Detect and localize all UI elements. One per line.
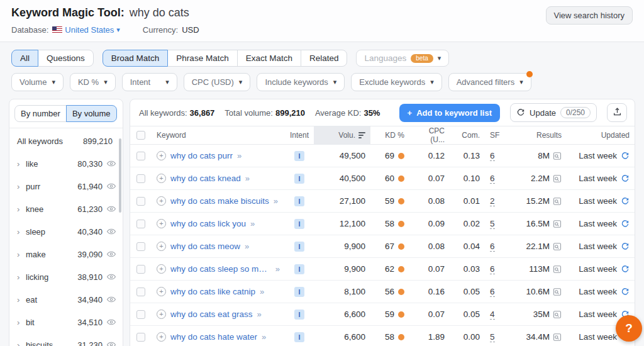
keyword-group-item[interactable]: › licking 38,910 [9,265,123,288]
database-selector[interactable]: United States ▾ [52,25,120,35]
serp-features-count[interactable]: 6 [490,242,495,252]
serp-preview-icon[interactable] [553,152,562,160]
serp-features-count[interactable]: 6 [490,174,495,184]
eye-icon[interactable] [106,295,116,304]
serp-features-count[interactable]: 5 [490,332,495,342]
col-kd[interactable]: KD % [370,126,409,144]
keyword-link[interactable]: why do cats knead [170,174,241,183]
by-volume-toggle[interactable]: By volume [66,105,117,122]
add-keyword-icon[interactable]: + [157,196,166,206]
update-metrics-button[interactable]: Update 0/250 [510,103,597,122]
expand-keyword-icon[interactable]: » [257,310,262,319]
eye-icon[interactable] [106,182,116,191]
keyword-link[interactable]: why do cats like catnip [170,287,255,296]
all-keywords-group[interactable]: All keywords 899,210 [9,130,123,152]
add-keyword-icon[interactable]: + [157,264,166,274]
help-button[interactable]: ? [616,315,642,342]
row-checkbox[interactable] [136,333,145,342]
row-checkbox[interactable] [136,197,145,206]
keyword-link[interactable]: why do cats hate water [170,332,257,342]
tab-related[interactable]: Related [301,50,348,67]
keyword-link[interactable]: why do cats lick you [170,219,246,228]
eye-icon[interactable] [106,227,116,236]
expand-keyword-icon[interactable]: » [245,174,250,183]
refresh-icon[interactable] [621,220,630,228]
col-cpc[interactable]: CPC (U... [409,126,450,144]
eye-icon[interactable] [106,159,116,168]
tab-questions[interactable]: Questions [38,50,94,67]
eye-icon[interactable] [106,318,116,326]
add-to-keyword-list-button[interactable]: + Add to keyword list [399,104,501,122]
intent-badge[interactable]: I [294,219,304,229]
filter-kd[interactable]: KD % ▾ [70,73,116,91]
col-volume[interactable]: Volu. [314,126,370,144]
keyword-link[interactable]: why do cats sleep so much [170,264,271,274]
eye-icon[interactable] [106,250,116,259]
intent-badge[interactable]: I [294,310,304,320]
row-checkbox[interactable] [136,174,145,183]
export-button[interactable] [607,103,627,122]
serp-features-count[interactable]: 6 [490,264,495,274]
serp-features-count[interactable]: 2 [490,196,495,206]
tab-exact-match[interactable]: Exact Match [237,50,301,67]
expand-keyword-icon[interactable]: » [275,264,280,274]
serp-features-count[interactable]: 6 [490,151,495,161]
eye-icon[interactable] [106,340,116,346]
intent-badge[interactable]: I [294,242,304,252]
keyword-group-item[interactable]: › like 80,330 [9,152,123,175]
serp-preview-icon[interactable] [553,310,562,319]
tab-phrase-match[interactable]: Phrase Match [167,50,237,67]
row-checkbox[interactable] [136,287,145,296]
serp-features-count[interactable]: 5 [490,219,495,229]
refresh-icon[interactable] [621,174,630,183]
intent-badge[interactable]: I [294,151,304,161]
add-keyword-icon[interactable]: + [157,174,166,183]
filter-include-keywords[interactable]: Include keywords ▾ [257,73,345,91]
col-results[interactable]: Results [506,126,567,144]
filter-advanced[interactable]: Advanced filters ▾ [448,73,531,91]
serp-preview-icon[interactable] [553,220,562,228]
keyword-link[interactable]: why do cats eat grass [170,310,253,319]
keyword-group-item[interactable]: › make 39,090 [9,243,123,265]
keyword-link[interactable]: why do cats make biscuits [170,196,269,206]
keyword-group-item[interactable]: › purr 61,940 [9,175,123,198]
intent-badge[interactable]: I [294,196,304,206]
select-all-checkbox[interactable] [136,131,145,140]
add-keyword-icon[interactable]: + [157,287,166,296]
filter-cpc[interactable]: CPC (USD) ▾ [184,73,251,91]
col-sf[interactable]: SF [485,126,506,144]
eye-icon[interactable] [106,272,116,281]
serp-preview-icon[interactable] [553,333,562,342]
refresh-icon[interactable] [621,287,630,296]
view-search-history-button[interactable]: View search history [546,6,633,25]
add-keyword-icon[interactable]: + [157,242,166,251]
eye-icon[interactable] [106,204,116,213]
serp-features-count[interactable]: 6 [490,287,495,297]
refresh-icon[interactable] [621,265,630,274]
filter-intent[interactable]: Intent ▾ [122,73,177,91]
add-keyword-icon[interactable]: + [157,332,166,342]
keyword-group-item[interactable]: › biscuits 31,230 [9,333,123,346]
keyword-link[interactable]: why do cats meow [170,242,240,251]
filter-volume[interactable]: Volume ▾ [11,73,64,91]
keyword-group-item[interactable]: › sleep 40,340 [9,220,123,243]
col-intent[interactable]: Intent [285,126,314,144]
col-com[interactable]: Com. [450,126,485,144]
serp-features-count[interactable]: 4 [490,310,495,320]
expand-keyword-icon[interactable]: » [260,287,264,296]
keyword-link[interactable]: why do cats purr [170,151,233,160]
add-keyword-icon[interactable]: + [157,310,166,319]
refresh-icon[interactable] [621,152,630,160]
expand-keyword-icon[interactable]: » [274,196,278,206]
row-checkbox[interactable] [136,265,145,274]
expand-keyword-icon[interactable]: » [245,242,249,251]
serp-preview-icon[interactable] [553,197,562,206]
intent-badge[interactable]: I [294,174,304,184]
add-keyword-icon[interactable]: + [157,151,166,160]
row-checkbox[interactable] [136,152,145,160]
tab-all[interactable]: All [11,50,38,67]
intent-badge[interactable]: I [294,264,304,274]
keyword-group-item[interactable]: › bit 34,510 [9,311,123,333]
intent-badge[interactable]: I [294,332,304,342]
intent-badge[interactable]: I [294,287,304,297]
